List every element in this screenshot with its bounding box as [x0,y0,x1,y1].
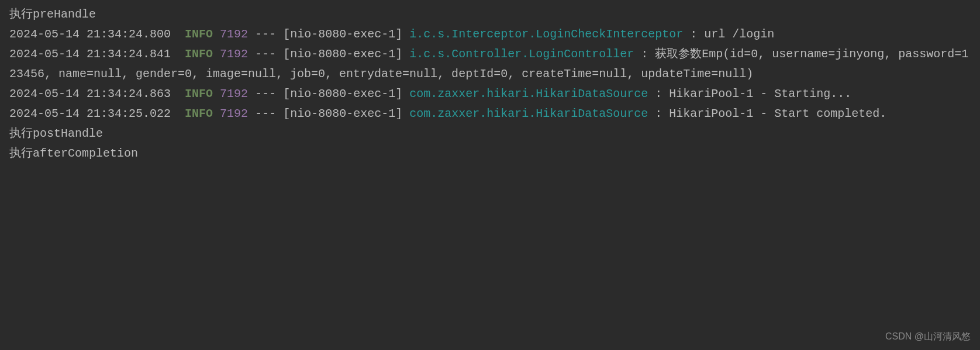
log-pid: 7192 [220,107,248,120]
log-message: : HikariPool-1 - Starting... [648,87,851,101]
log-line-3: 2024-05-14 21:34:24.863 INFO 7192 --- [n… [9,84,971,104]
log-line-4: 2024-05-14 21:34:25.022 INFO 7192 --- [n… [9,104,971,124]
log-logger: com.zaxxer.hikari.HikariDataSource [409,107,648,120]
log-logger: i.c.s.Interceptor.LoginCheckInterceptor [409,27,683,41]
log-message: : url /login [683,27,774,41]
log-line-aftercompletion: 执行afterCompletion [9,144,971,164]
log-thread: [nio-8080-exec-1] [283,47,402,61]
log-timestamp: 2024-05-14 21:34:24.863 [9,87,171,101]
log-level: INFO [185,87,213,101]
log-level: INFO [185,107,213,120]
log-thread: [nio-8080-exec-1] [283,27,402,41]
log-pid: 7192 [220,27,248,41]
log-level: INFO [185,47,213,61]
log-line-prehandle: 执行preHandle [9,5,971,25]
log-separator: --- [255,107,276,120]
log-level: INFO [185,27,213,41]
log-separator: --- [255,47,276,61]
watermark-text: CSDN @山河清风悠 [885,328,971,344]
log-logger: i.c.s.Controller.LoginController [409,47,634,61]
log-line-1: 2024-05-14 21:34:24.800 INFO 7192 --- [n… [9,25,971,44]
log-separator: --- [255,27,276,41]
log-line-posthandle: 执行postHandle [9,124,971,144]
log-thread: [nio-8080-exec-1] [283,107,402,120]
log-logger: com.zaxxer.hikari.HikariDataSource [409,87,648,101]
log-message: : HikariPool-1 - Start completed. [648,107,886,120]
log-separator: --- [255,87,276,101]
log-line-2: 2024-05-14 21:34:24.841 INFO 7192 --- [n… [9,44,971,84]
log-pid: 7192 [220,87,248,101]
log-timestamp: 2024-05-14 21:34:24.841 [9,47,171,61]
log-message: 执行preHandle [9,8,96,21]
log-timestamp: 2024-05-14 21:34:24.800 [9,27,171,41]
log-pid: 7192 [220,47,248,61]
log-message: 执行afterCompletion [9,147,138,160]
log-thread: [nio-8080-exec-1] [283,87,402,101]
log-timestamp: 2024-05-14 21:34:25.022 [9,107,171,120]
log-message: 执行postHandle [9,127,103,140]
